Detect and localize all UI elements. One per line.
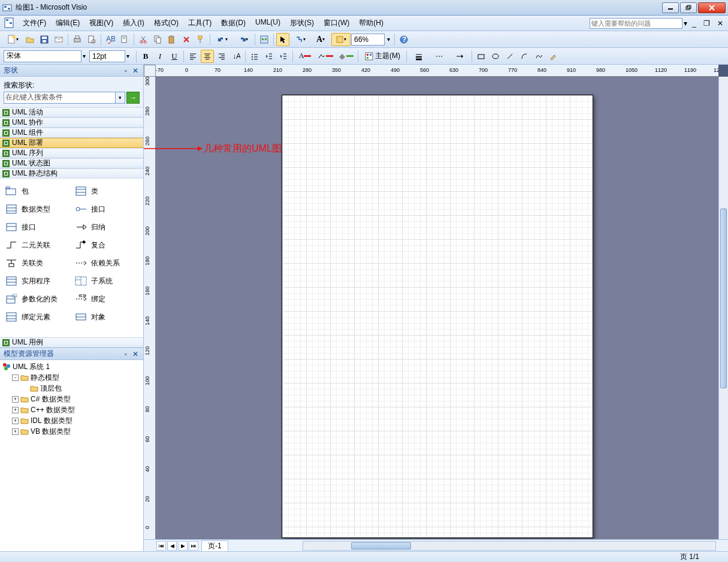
email-button[interactable] — [52, 33, 65, 46]
stencil-header[interactable]: UML 活动 — [0, 107, 143, 117]
open-button[interactable] — [23, 33, 37, 46]
vertical-scrollbar[interactable] — [718, 77, 728, 539]
drawing-tools-button[interactable]: ▾ — [331, 33, 351, 46]
menu-item[interactable]: 工具(T) — [183, 16, 216, 30]
panel-restore-icon[interactable]: ▫ — [122, 67, 130, 75]
shape-item[interactable]: 依赖关系 — [74, 258, 139, 268]
shape-item[interactable]: 关联类 — [5, 258, 70, 268]
help-search-input[interactable] — [590, 18, 682, 29]
italic-button[interactable]: I — [153, 50, 167, 63]
font-color-button[interactable]: A — [295, 50, 315, 63]
zoom-dropdown-icon[interactable]: ▾ — [387, 36, 390, 43]
menu-item[interactable]: UML(U) — [250, 16, 285, 30]
align-left-button[interactable] — [186, 50, 200, 63]
help-dropdown-icon[interactable]: ▾ — [684, 19, 687, 28]
tree-node[interactable]: -静态模型 — [1, 372, 142, 383]
stencil-header[interactable]: UML 部署 — [0, 138, 143, 148]
menu-item[interactable]: 窗口(W) — [319, 16, 354, 30]
visio-doc-icon[interactable] — [4, 17, 16, 29]
doc-restore-button[interactable]: ❐ — [703, 19, 710, 28]
underline-button[interactable]: U — [168, 50, 181, 63]
undo-button[interactable]: ▾ — [213, 33, 232, 46]
delete-button[interactable] — [180, 33, 193, 46]
stencil-header[interactable]: UML 状态图 — [0, 158, 143, 168]
line-pattern-button[interactable] — [430, 50, 449, 63]
redo-button[interactable]: ▾ — [233, 33, 252, 46]
shape-item[interactable]: 实用程序 — [5, 276, 70, 286]
align-center-button[interactable] — [201, 50, 214, 63]
ellipse-tool-button[interactable] — [489, 50, 502, 63]
shape-item[interactable]: 复合 — [74, 240, 139, 250]
stencil-header[interactable]: UML 序列 — [0, 148, 143, 158]
menu-item[interactable]: 格式(O) — [149, 16, 183, 30]
font-dropdown-icon[interactable]: ▾ — [83, 53, 86, 59]
search-go-button[interactable]: → — [126, 92, 140, 104]
shape-search-input[interactable]: 在此键入搜索条件 — [4, 92, 116, 104]
bold-button[interactable]: B — [139, 50, 152, 63]
copy-button[interactable] — [151, 33, 164, 46]
close-button[interactable] — [698, 2, 726, 13]
shape-item[interactable]: 接口 — [74, 204, 139, 214]
bullets-button[interactable] — [248, 50, 261, 63]
tree-expand-icon[interactable]: + — [12, 428, 19, 435]
shape-item[interactable]: «»绑定 — [74, 294, 139, 304]
shape-item[interactable]: 接口 — [5, 222, 70, 232]
shape-item[interactable]: 二元关联 — [5, 240, 70, 250]
stencil-header[interactable]: UML 协作 — [0, 117, 143, 128]
fontsize-dropdown-icon[interactable]: ▾ — [126, 53, 129, 59]
panel-close-icon[interactable]: ✕ — [131, 350, 140, 358]
stencil-header[interactable]: UML 静态结构 — [0, 168, 143, 179]
shape-item[interactable]: 绑定元素 — [5, 312, 70, 322]
paste-button[interactable] — [165, 33, 179, 46]
menu-item[interactable]: 编辑(E) — [51, 16, 84, 30]
menu-item[interactable]: 数据(D) — [216, 16, 250, 30]
align-right-button[interactable] — [215, 50, 228, 63]
line-tool-button[interactable] — [503, 50, 516, 63]
help-button[interactable]: ? — [397, 33, 410, 46]
increase-indent-button[interactable] — [277, 50, 290, 63]
menu-item[interactable]: 视图(V) — [84, 16, 118, 30]
prev-page-button[interactable]: ◀ — [167, 541, 177, 551]
panel-close-icon[interactable]: ✕ — [131, 67, 140, 75]
tree-expand-icon[interactable]: - — [12, 374, 19, 381]
font-size-combobox[interactable]: 12pt — [89, 50, 125, 62]
connector-tool-button[interactable]: ▾ — [291, 33, 310, 46]
align-justify-button[interactable]: ↓A — [229, 50, 243, 63]
stencil-header[interactable]: UML 组件 — [0, 128, 143, 138]
horizontal-scrollbar[interactable] — [303, 541, 716, 551]
doc-minimize-button[interactable]: _ — [692, 19, 696, 28]
shape-item[interactable]: 数据类型 — [5, 204, 70, 214]
line-ends-button[interactable] — [450, 50, 469, 63]
font-name-combobox[interactable]: 宋体 — [4, 50, 81, 62]
first-page-button[interactable]: ⏮ — [156, 541, 166, 551]
panel-restore-icon[interactable]: ▫ — [122, 350, 130, 358]
arc-tool-button[interactable] — [518, 50, 531, 63]
search-dropdown-icon[interactable]: ▾ — [116, 92, 125, 104]
menu-item[interactable]: 帮助(H) — [354, 16, 388, 30]
new-button[interactable]: ▾ — [3, 33, 22, 46]
shape-item[interactable]: 包 — [5, 186, 70, 197]
rectangle-tool-button[interactable] — [475, 50, 488, 63]
menu-item[interactable]: 文件(F) — [18, 16, 51, 30]
shape-window-button[interactable] — [258, 33, 271, 46]
page-tab[interactable]: 页-1 — [201, 540, 228, 551]
menu-item[interactable]: 插入(I) — [118, 16, 149, 30]
print-preview-button[interactable] — [85, 33, 98, 46]
tree-expand-icon[interactable]: + — [12, 396, 19, 403]
zoom-combobox[interactable]: 66% — [351, 34, 385, 46]
tree-expand-icon[interactable]: + — [12, 418, 19, 424]
tree-node[interactable]: +C# 数据类型 — [1, 394, 142, 404]
tree-node[interactable]: 顶层包 — [1, 383, 142, 394]
line-color-button[interactable] — [316, 50, 335, 63]
shape-item[interactable]: 对象 — [74, 312, 139, 322]
freeform-tool-button[interactable] — [532, 50, 545, 63]
decrease-indent-button[interactable] — [262, 50, 276, 63]
print-button[interactable] — [71, 33, 84, 46]
shape-item[interactable]: 子系统 — [74, 276, 139, 286]
tree-expand-icon[interactable]: + — [12, 407, 19, 413]
next-page-button[interactable]: ▶ — [178, 541, 188, 551]
shape-item[interactable]: 归纳 — [74, 222, 139, 232]
tree-node[interactable]: +C++ 数据类型 — [1, 404, 142, 415]
spelling-button[interactable]: ABC — [104, 33, 117, 46]
menu-item[interactable]: 形状(S) — [285, 16, 319, 30]
